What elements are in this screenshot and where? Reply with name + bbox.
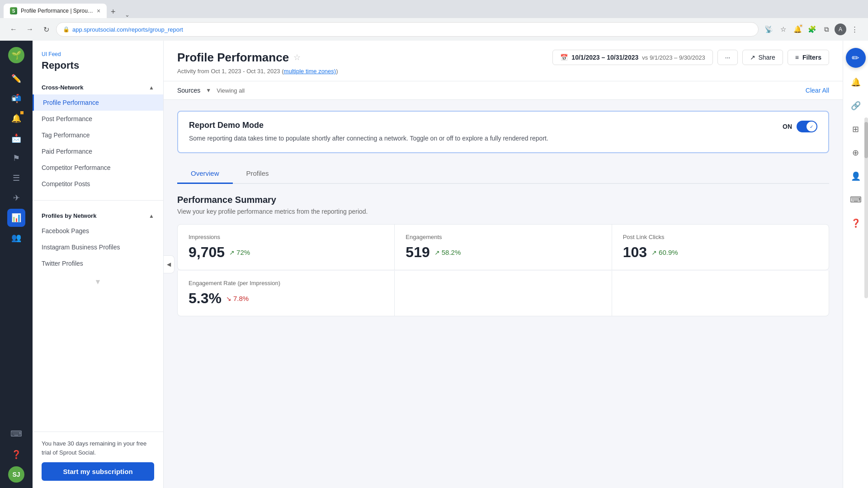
active-tab[interactable]: S Profile Performance | Sprout Soc... ×: [4, 4, 107, 18]
sources-left: Sources ▼ Viewing all: [177, 87, 245, 94]
right-help-btn[interactable]: ❓: [847, 214, 865, 232]
lock-icon: 🔒: [63, 26, 70, 33]
sources-value: Viewing all: [217, 87, 245, 94]
right-link-btn[interactable]: 🔗: [847, 97, 865, 115]
main-content: Profile Performance ☆ 📅 10/1/2023 – 10/3…: [164, 41, 843, 488]
navigation-bar: ← → ↻ 🔒 app.sproutsocial.com/reports/gro…: [0, 18, 868, 41]
metric-engagements: Engagements 519 ↗ 58.2%: [395, 225, 611, 270]
rail-send-icon[interactable]: ✈: [7, 189, 25, 207]
right-notifications-btn[interactable]: 🔔: [847, 73, 865, 91]
page-title: Profile Performance: [177, 51, 289, 65]
browser-profile[interactable]: A: [835, 23, 846, 35]
rail-team-icon[interactable]: 👥: [7, 229, 25, 247]
post-link-clicks-value-row: 103 ↗ 60.9%: [623, 244, 818, 261]
extensions-btn[interactable]: 🧩: [806, 23, 818, 36]
cross-network-chevron: ▲: [149, 84, 154, 91]
right-keyboard-btn[interactable]: ⌨: [847, 191, 865, 209]
sidebar-item-twitter-profiles[interactable]: Twitter Profiles: [33, 255, 163, 272]
profiles-by-network-label: Profiles by Network: [42, 212, 96, 219]
metric-engagement-rate: Engagement Rate (per Impression) 5.3% ↘ …: [178, 271, 394, 316]
engagement-rate-value-row: 5.3% ↘ 7.8%: [189, 290, 383, 307]
sidebar-item-tag-performance[interactable]: Tag Performance: [33, 127, 163, 143]
user-avatar[interactable]: SJ: [8, 466, 24, 483]
subscribe-button[interactable]: Start my subscription: [42, 462, 154, 481]
filters-btn[interactable]: ≡ Filters: [788, 50, 829, 65]
rail-analytics-icon[interactable]: 📊: [7, 209, 25, 227]
sidebar-item-competitor-performance[interactable]: Competitor Performance: [33, 160, 163, 176]
tab-favicon: S: [10, 7, 17, 14]
favorite-icon[interactable]: ☆: [293, 52, 301, 62]
post-link-clicks-arrow: ↗: [651, 249, 657, 256]
engagements-change: ↗ 58.2%: [434, 249, 461, 256]
back-btn[interactable]: ←: [7, 23, 20, 36]
engagement-rate-pct: 7.8%: [233, 295, 249, 302]
impressions-pct: 72%: [236, 249, 250, 256]
sidebar-item-competitor-posts[interactable]: Competitor Posts: [33, 176, 163, 192]
rail-tasks-icon[interactable]: 📩: [7, 129, 25, 147]
cast-btn[interactable]: 📡: [762, 23, 775, 36]
right-add-btn[interactable]: ⊕: [847, 144, 865, 162]
sidebar-title: Reports: [42, 60, 154, 71]
cross-network-header[interactable]: Cross-Network ▲: [33, 80, 163, 94]
activity-text: Activity from Oct 1, 2023 - Oct 31, 2023…: [177, 68, 829, 75]
sidebar-divider: [33, 200, 163, 201]
impressions-value-row: 9,705 ↗ 72%: [189, 244, 383, 261]
metric-post-link-clicks: Post Link Clicks 103 ↗ 60.9%: [612, 225, 829, 270]
sources-dropdown-arrow[interactable]: ▼: [206, 87, 211, 94]
date-vs-text: vs 9/1/2023 – 9/30/2023: [642, 54, 705, 61]
sidebar-item-profile-performance[interactable]: Profile Performance: [33, 94, 163, 111]
right-user-add-btn[interactable]: 👤: [847, 167, 865, 185]
right-grid-btn[interactable]: ⊞: [847, 120, 865, 138]
tab-profiles[interactable]: Profiles: [233, 164, 283, 184]
metrics-grid: Impressions 9,705 ↗ 72% Engagements: [177, 224, 829, 270]
sidebar-item-post-performance[interactable]: Post Performance: [33, 111, 163, 127]
demo-mode-toggle[interactable]: ✓: [797, 121, 817, 132]
sidebar-item-paid-performance[interactable]: Paid Performance: [33, 143, 163, 160]
share-btn[interactable]: ↗ Share: [742, 50, 783, 65]
profiles-chevron: ▲: [149, 213, 154, 219]
tab-close-btn[interactable]: ×: [97, 7, 100, 14]
rail-help-icon[interactable]: ❓: [7, 446, 25, 464]
rail-list-icon[interactable]: ☰: [7, 169, 25, 187]
multiple-timezones-link[interactable]: multiple: [284, 68, 304, 75]
forward-btn[interactable]: →: [24, 23, 36, 36]
rail-keyboard-icon[interactable]: ⌨: [7, 425, 25, 443]
clear-all-btn[interactable]: Clear All: [806, 87, 829, 94]
impressions-change: ↗ 72%: [229, 249, 250, 256]
sidebar-collapse-btn[interactable]: ◀: [164, 255, 175, 273]
trial-message: You have 30 days remaining in your free …: [42, 439, 154, 457]
reload-btn[interactable]: ↻: [40, 23, 52, 36]
metric-empty-2: [395, 271, 611, 316]
notification-btn[interactable]: 🔔: [791, 23, 804, 36]
menu-btn[interactable]: ⋮: [848, 23, 861, 36]
split-view-btn[interactable]: ⧉: [820, 23, 833, 36]
sprout-logo[interactable]: 🌱: [7, 46, 25, 64]
tab-overview[interactable]: Overview: [177, 164, 233, 184]
content-tabs: Overview Profiles: [177, 164, 829, 184]
sidebar-item-instagram-business[interactable]: Instagram Business Profiles: [33, 239, 163, 255]
more-options-btn[interactable]: ···: [717, 50, 738, 65]
new-tab-btn[interactable]: +: [107, 5, 119, 18]
toggle-knob: ✓: [807, 122, 816, 131]
metric-empty-3: [612, 271, 829, 316]
share-icon: ↗: [750, 54, 755, 61]
filter-icon: ≡: [795, 54, 799, 61]
browser-chrome: S Profile Performance | Sprout Soc... × …: [0, 0, 868, 41]
demo-toggle-area: ON ✓: [783, 121, 817, 132]
bookmark-btn[interactable]: ☆: [777, 23, 789, 36]
rail-calendar-icon[interactable]: 🔔: [7, 109, 25, 127]
sources-label: Sources: [177, 87, 200, 94]
sidebar-item-facebook-pages[interactable]: Facebook Pages: [33, 223, 163, 239]
rail-inbox-icon[interactable]: 📬: [7, 89, 25, 108]
address-bar[interactable]: 🔒 app.sproutsocial.com/reports/group_rep…: [56, 22, 759, 37]
ui-feed-link[interactable]: UI Feed: [42, 51, 61, 57]
impressions-label: Impressions: [189, 234, 383, 240]
rail-compose-icon[interactable]: ✏️: [7, 70, 25, 88]
compose-fab[interactable]: ✏: [846, 48, 866, 68]
tab-title: Profile Performance | Sprout Soc...: [21, 8, 93, 14]
impressions-value: 9,705: [189, 244, 225, 261]
profiles-by-network-header[interactable]: Profiles by Network ▲: [33, 209, 163, 223]
post-link-clicks-value: 103: [623, 244, 647, 261]
date-range-picker[interactable]: 📅 10/1/2023 – 10/31/2023 vs 9/1/2023 – 9…: [552, 50, 712, 65]
rail-flag-icon[interactable]: ⚑: [7, 149, 25, 167]
